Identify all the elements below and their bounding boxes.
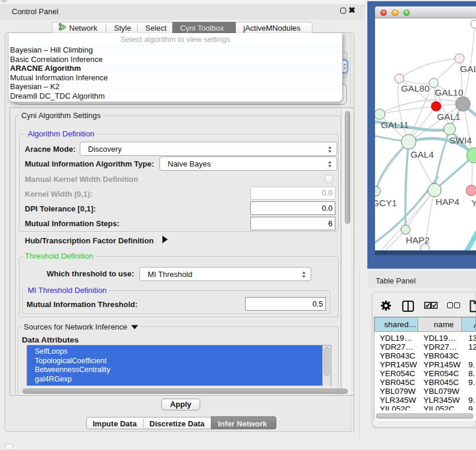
svg-text:GAL10: GAL10 [435,87,464,97]
svg-text:GAL1: GAL1 [437,112,461,122]
svg-text:GCY1: GCY1 [375,198,397,208]
svg-text:GAL11: GAL11 [381,120,409,130]
svg-text:GAL4: GAL4 [410,149,434,159]
svg-text:HAP4: HAP4 [436,197,460,207]
svg-text:HAP2: HAP2 [406,235,430,245]
svg-text:SWI4: SWI4 [449,135,472,145]
svg-text:YN: YN [471,198,476,208]
svg-text:GAL7: GAL7 [460,64,476,74]
svg-text:GAL80: GAL80 [401,83,430,93]
